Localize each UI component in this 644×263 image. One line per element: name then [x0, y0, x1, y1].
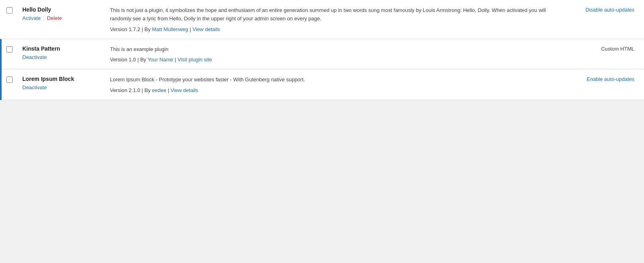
meta-separator: |	[188, 26, 192, 32]
plugin-details-link[interactable]: Visit plugin site	[177, 57, 212, 63]
plugin-meta: Version 1.7.2 | By Matt Mullenweg | View…	[110, 26, 560, 32]
plugin-author-link[interactable]: Your Name	[147, 57, 173, 63]
plugin-checkbox[interactable]	[6, 7, 13, 14]
plugin-details-link[interactable]: View details	[192, 26, 220, 32]
plugin-description-cell: This is an example pluginVersion 1.0 | B…	[105, 39, 564, 69]
plugin-version: Version 2.1.0 | By	[110, 87, 152, 93]
plugins-table: Hello DollyActivate|DeleteThis is not ju…	[0, 0, 644, 100]
plugin-info-cell: Kinsta PatternDeactivate	[18, 39, 105, 69]
plugin-action-deactivate[interactable]: Deactivate	[22, 84, 47, 90]
plugin-author-link[interactable]: Matt Mullenweg	[152, 26, 188, 32]
plugin-checkbox-cell	[1, 0, 18, 39]
meta-separator: |	[173, 57, 178, 63]
plugin-checkbox-cell	[1, 69, 18, 100]
plugin-checkbox[interactable]	[6, 46, 13, 53]
plugin-description: Lorem Ipsum Block - Prototype your websi…	[110, 76, 560, 84]
plugin-author-link[interactable]: eedee	[152, 87, 166, 93]
plugin-checkbox[interactable]	[6, 77, 13, 83]
plugin-description-cell: This is not just a plugin, it symbolizes…	[105, 0, 564, 39]
plugin-custom-html: Custom HTML	[601, 46, 634, 52]
plugin-details-link[interactable]: View details	[171, 87, 198, 93]
action-separator: |	[43, 15, 44, 21]
plugin-autoupdate-cell: Custom HTML	[564, 39, 644, 69]
plugin-description: This is not just a plugin, it symbolizes…	[110, 6, 560, 23]
plugin-name: Hello Dolly	[22, 6, 100, 13]
plugin-actions: Deactivate	[22, 84, 100, 90]
plugin-autoupdate-cell: Enable auto-updates	[564, 69, 644, 100]
plugin-row: Hello DollyActivate|DeleteThis is not ju…	[1, 0, 644, 39]
plugin-description-cell: Lorem Ipsum Block - Prototype your websi…	[105, 69, 564, 100]
plugin-meta: Version 2.1.0 | By eedee | View details	[110, 87, 560, 93]
plugin-info-cell: Lorem Ipsum BlockDeactivate	[18, 69, 105, 100]
plugin-meta: Version 1.0 | By Your Name | Visit plugi…	[110, 57, 560, 63]
plugin-description: This is an example plugin	[110, 45, 560, 54]
plugin-action-deactivate[interactable]: Deactivate	[22, 54, 47, 60]
plugin-autoupdate-cell: Disable auto-updates	[564, 0, 644, 39]
plugin-version: Version 1.7.2 | By	[110, 26, 152, 32]
plugin-name: Kinsta Pattern	[22, 45, 100, 52]
plugin-action-activate[interactable]: Activate	[22, 15, 41, 21]
plugin-autoupdate-link[interactable]: Disable auto-updates	[585, 7, 634, 13]
meta-separator: |	[166, 87, 171, 93]
plugin-version: Version 1.0 | By	[110, 57, 147, 63]
plugin-row: Lorem Ipsum BlockDeactivateLorem Ipsum B…	[1, 69, 644, 100]
plugin-actions: Deactivate	[22, 54, 100, 60]
plugin-info-cell: Hello DollyActivate|Delete	[18, 0, 105, 39]
plugin-name: Lorem Ipsum Block	[22, 76, 100, 82]
plugin-action-delete[interactable]: Delete	[47, 15, 62, 21]
plugin-checkbox-cell	[1, 39, 18, 69]
plugin-row: Kinsta PatternDeactivateThis is an examp…	[1, 39, 644, 69]
plugin-actions: Activate|Delete	[22, 15, 100, 21]
plugin-autoupdate-link[interactable]: Enable auto-updates	[587, 76, 634, 82]
